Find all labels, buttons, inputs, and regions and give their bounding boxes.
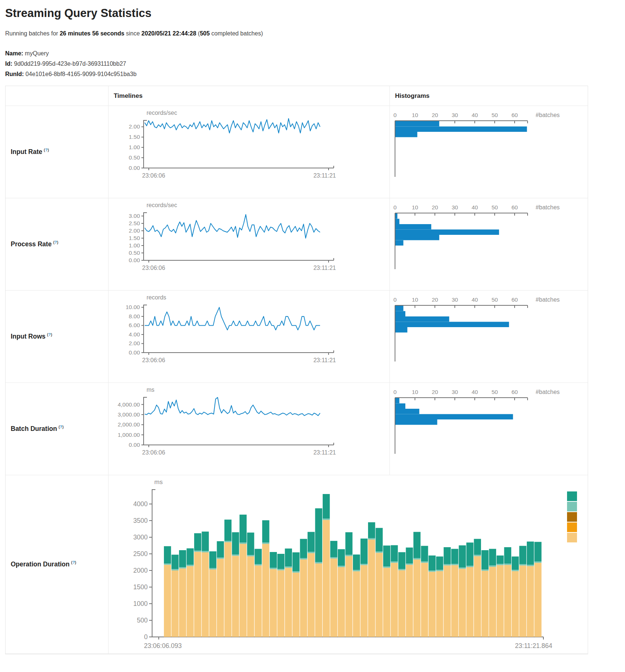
summary-prefix: Running batches for: [5, 30, 60, 37]
operation-duration-stacked-chart: ms4000350030002500200015001000500023:06:…: [109, 478, 585, 654]
svg-text:50: 50: [491, 204, 498, 210]
query-name-line: Name: myQuery: [5, 50, 620, 57]
svg-text:50: 50: [491, 389, 498, 395]
svg-text:23:06:06: 23:06:06: [142, 265, 165, 271]
operation-duration-chart-cell: ms4000350030002500200015001000500023:06:…: [109, 475, 588, 654]
svg-text:10: 10: [412, 112, 418, 118]
query-runid-value: 04e101e6-8bf8-4165-9099-9104c951ba3b: [24, 71, 137, 77]
paren: ): [75, 560, 76, 565]
header-timelines: Timelines: [109, 86, 390, 106]
svg-text:2000: 2000: [133, 567, 148, 574]
svg-text:1,000.00: 1,000.00: [118, 432, 140, 438]
input-rate-histogram-chart: 0102030405060#batches: [390, 109, 585, 185]
svg-text:3.00: 3.00: [129, 213, 140, 219]
legend-swatch-2: [567, 502, 577, 511]
svg-text:30: 30: [451, 296, 458, 303]
svg-text:2.00: 2.00: [129, 227, 140, 234]
paren: ): [57, 240, 58, 244]
question-mark-icon: ?: [60, 425, 62, 429]
input-rows-help-icon[interactable]: (?): [47, 332, 52, 337]
input-rows-timeline-cell: records10.008.006.004.002.000.0023:06:06…: [109, 291, 390, 383]
svg-text:30: 30: [451, 204, 458, 210]
svg-text:20: 20: [432, 204, 438, 210]
svg-text:40: 40: [471, 204, 478, 210]
svg-text:20: 20: [432, 112, 438, 118]
svg-text:0.00: 0.00: [129, 165, 140, 171]
batch-duration-histogram-chart: 0102030405060#batches: [390, 386, 585, 462]
svg-text:#batches: #batches: [536, 296, 560, 303]
input-rows-histogram-cell: 0102030405060#batches: [390, 291, 588, 383]
paren: ): [51, 332, 52, 337]
svg-text:4000: 4000: [133, 500, 148, 508]
svg-text:23:11:21: 23:11:21: [313, 265, 336, 271]
svg-text:40: 40: [471, 296, 478, 303]
svg-text:#batches: #batches: [536, 112, 560, 118]
process-rate-timeline-chart: records/sec3.002.502.001.501.000.500.002…: [109, 201, 382, 277]
svg-text:2.50: 2.50: [129, 220, 140, 226]
input-rate-histogram-cell: 0102030405060#batches: [390, 106, 588, 198]
svg-text:23:06:06: 23:06:06: [142, 172, 165, 179]
svg-text:0: 0: [394, 204, 397, 210]
summary-suffix: completed batches): [210, 30, 263, 37]
svg-text:10.00: 10.00: [126, 304, 140, 310]
svg-text:10: 10: [412, 389, 418, 395]
operation-duration-help-icon[interactable]: (?): [71, 560, 76, 565]
svg-text:2.00: 2.00: [129, 340, 140, 346]
svg-text:0.50: 0.50: [129, 154, 140, 161]
svg-text:0: 0: [144, 633, 148, 641]
input-rate-label: Input Rate: [11, 148, 42, 156]
svg-text:23:06:06: 23:06:06: [142, 357, 165, 363]
legend-swatch-3: [567, 512, 577, 522]
query-runid-label: RunId:: [5, 71, 24, 77]
query-metadata: Name: myQuery Id: 9d0dd219-995d-423e-b97…: [5, 50, 620, 78]
svg-text:records/sec: records/sec: [147, 110, 177, 116]
svg-text:23:11:21: 23:11:21: [313, 172, 336, 179]
paren: ): [48, 148, 49, 152]
query-id-label: Id:: [5, 61, 13, 67]
svg-text:0.00: 0.00: [129, 349, 140, 356]
svg-text:20: 20: [432, 389, 438, 395]
header-histograms: Histograms: [390, 86, 588, 106]
question-mark-icon: ?: [72, 560, 75, 565]
query-runid-line: RunId: 04e101e6-8bf8-4165-9099-9104c951b…: [5, 71, 620, 78]
svg-text:10: 10: [412, 296, 418, 303]
row-label-batch-duration: Batch Duration (?): [6, 383, 109, 475]
input-rows-timeline-chart: records10.008.006.004.002.000.0023:06:06…: [109, 294, 382, 369]
query-id-value: 9d0dd219-995d-423e-b97d-36931110bb27: [13, 61, 126, 67]
svg-text:ms: ms: [154, 479, 163, 486]
batch-duration-timeline-cell: ms4,000.003,000.002,000.001,000.000.0023…: [109, 383, 390, 475]
input-rows-histogram-chart: 0102030405060#batches: [390, 294, 585, 369]
svg-text:40: 40: [471, 112, 478, 118]
svg-text:0.50: 0.50: [129, 250, 140, 256]
svg-text:8.00: 8.00: [129, 313, 140, 319]
page-title: Streaming Query Statistics: [5, 7, 620, 20]
svg-text:#batches: #batches: [536, 389, 560, 395]
svg-text:6.00: 6.00: [129, 322, 140, 328]
row-label-input-rate: Input Rate (?): [6, 106, 109, 198]
svg-text:1.50: 1.50: [129, 134, 140, 140]
svg-text:3500: 3500: [133, 517, 148, 524]
svg-text:23:11:21: 23:11:21: [313, 449, 336, 456]
svg-text:23:06:06: 23:06:06: [142, 449, 165, 456]
svg-text:1000: 1000: [133, 600, 148, 607]
operation-duration-label: Operation Duration: [11, 560, 69, 568]
svg-text:40: 40: [471, 389, 478, 395]
process-rate-help-icon[interactable]: (?): [53, 240, 58, 244]
batch-duration-label: Batch Duration: [11, 425, 57, 433]
legend-swatch-5: [567, 533, 577, 542]
svg-text:1.50: 1.50: [129, 235, 140, 241]
svg-text:23:11:21.864: 23:11:21.864: [515, 642, 552, 649]
batch-duration-histogram-cell: 0102030405060#batches: [390, 383, 588, 475]
batch-duration-help-icon[interactable]: (?): [58, 425, 63, 429]
svg-text:10: 10: [412, 204, 418, 210]
input-rate-help-icon[interactable]: (?): [44, 148, 49, 152]
summary-mid: since: [124, 30, 141, 37]
running-batches-summary: Running batches for 26 minutes 56 second…: [5, 30, 620, 37]
svg-text:2500: 2500: [133, 550, 148, 558]
input-rate-timeline-chart: records/sec2.001.501.000.500.0023:06:062…: [109, 109, 382, 185]
svg-text:0.00: 0.00: [129, 257, 140, 263]
question-mark-icon: ?: [45, 148, 48, 152]
row-label-process-rate: Process Rate (?): [6, 198, 109, 291]
process-rate-histogram-cell: 0102030405060#batches: [390, 198, 588, 291]
svg-text:records/sec: records/sec: [147, 202, 177, 208]
